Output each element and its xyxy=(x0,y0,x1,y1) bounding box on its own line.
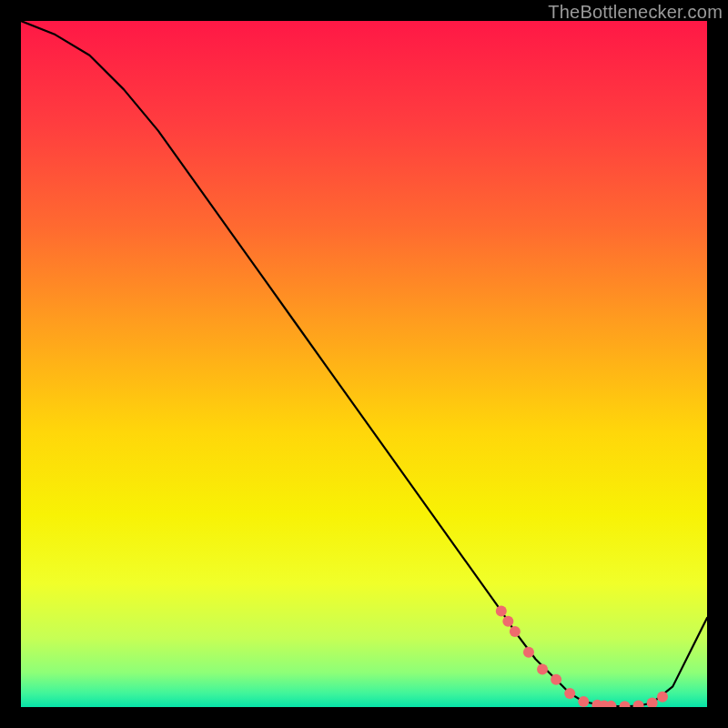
marker-dot xyxy=(523,647,534,658)
marker-dot xyxy=(502,616,513,627)
watermark-text: TheBottlenecker.com xyxy=(548,2,723,23)
marker-dot xyxy=(510,626,521,637)
plot-area xyxy=(21,21,707,707)
marker-dot xyxy=(496,605,507,616)
marker-dot xyxy=(564,688,575,699)
chart-frame: TheBottlenecker.com xyxy=(0,0,728,728)
gradient-rect xyxy=(21,21,707,707)
plot-svg xyxy=(21,21,707,707)
marker-dot xyxy=(551,674,561,685)
marker-dot xyxy=(578,696,589,707)
marker-dot xyxy=(537,664,548,675)
marker-dot xyxy=(657,692,668,703)
